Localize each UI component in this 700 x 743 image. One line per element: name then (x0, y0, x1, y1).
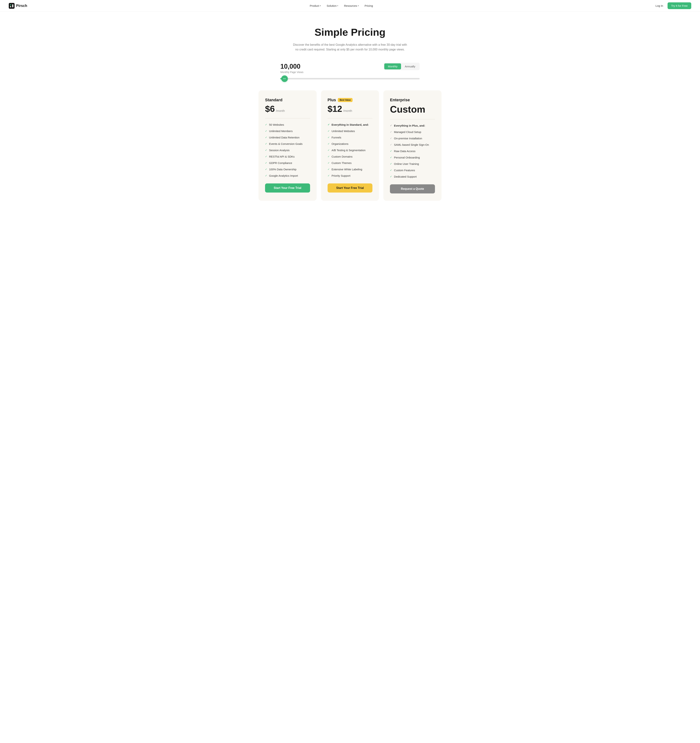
plus-price-amount: $12 (328, 104, 342, 114)
check-icon: ✓ (265, 142, 267, 146)
list-item: ✓Extensive White Labeling (328, 167, 372, 171)
svg-rect-1 (10, 4, 11, 6)
svg-rect-2 (10, 6, 11, 7)
slider-track[interactable] (280, 78, 420, 79)
divider (265, 118, 310, 118)
check-icon: ✓ (328, 148, 330, 152)
logo-text: Pirsch (16, 4, 27, 8)
list-item: ✓Google Analytics Import (265, 174, 310, 178)
check-icon: ✓ (390, 175, 392, 179)
list-item: ✓Everything in Standard, and: (328, 123, 372, 127)
page-views-sub: Monthly Page Views (280, 71, 304, 74)
list-item: ✓Session Analysis (265, 148, 310, 152)
list-item: ✓Everything in Plus, and: (390, 124, 435, 127)
svg-rect-3 (12, 4, 13, 7)
list-item: ✓Custom Domains (328, 155, 372, 158)
check-icon: ✓ (390, 143, 392, 147)
enterprise-cta-button[interactable]: Request a Quote (390, 184, 435, 194)
standard-cta-button[interactable]: Start Your Free Trial (265, 184, 310, 192)
slider-thumb-dot (283, 78, 284, 79)
standard-price-amount: $6 (265, 104, 275, 114)
nav-product[interactable]: Product ▾ (310, 4, 321, 7)
list-item: ✓SAML-based Single Sign-On (390, 143, 435, 147)
check-icon: ✓ (390, 130, 392, 134)
pricing-cards: Standard $6 /month ✓50 Websites ✓Unlimit… (250, 90, 450, 215)
try-free-button[interactable]: Try It for Free (667, 2, 691, 9)
list-item: ✓On-premise Installation (390, 136, 435, 140)
navbar: Pirsch Product ▾ Solution ▾ Resources ▾ … (0, 0, 700, 12)
check-icon: ✓ (265, 161, 267, 165)
slider-section: 10,000 Monthly Page Views Monthly Annual… (271, 63, 429, 90)
list-item: ✓Organizations (328, 142, 372, 146)
monthly-toggle[interactable]: Monthly (384, 64, 401, 70)
slider-thumb[interactable] (281, 75, 288, 82)
chevron-down-icon: ▾ (320, 5, 321, 7)
list-item: ✓Custom Features (390, 168, 435, 172)
list-item: ✓Managed Cloud Setup (390, 130, 435, 134)
check-icon: ✓ (390, 169, 392, 172)
enterprise-card: Enterprise Custom ✓Everything in Plus, a… (383, 90, 442, 201)
plus-price-period: /month (343, 109, 352, 112)
check-icon: ✓ (265, 155, 267, 158)
chevron-down-icon: ▾ (337, 5, 338, 7)
standard-price: $6 /month (265, 104, 310, 114)
page-views-number: 10,000 (280, 63, 304, 70)
slider-thumb-dot (285, 78, 285, 79)
plus-card: Plus Best Value $12 /month ✓Everything i… (321, 90, 379, 201)
check-icon: ✓ (265, 167, 267, 171)
check-icon: ✓ (390, 124, 392, 127)
plus-features: ✓Everything in Standard, and: ✓Unlimited… (328, 123, 372, 178)
nav-solution[interactable]: Solution ▾ (327, 4, 338, 7)
logo[interactable]: Pirsch (9, 3, 27, 9)
standard-features: ✓50 Websites ✓Unlimited Members ✓Unlimit… (265, 123, 310, 178)
check-icon: ✓ (328, 142, 330, 146)
plus-tier-label: Plus Best Value (328, 98, 372, 102)
check-icon: ✓ (328, 136, 330, 139)
check-icon: ✓ (265, 148, 267, 152)
svg-rect-0 (9, 3, 15, 9)
list-item: ✓Custom Themes (328, 161, 372, 165)
enterprise-price: Custom (390, 104, 435, 115)
chevron-down-icon: ▾ (358, 5, 359, 7)
check-icon: ✓ (328, 155, 330, 158)
nav-actions: Log In Try It for Free (656, 2, 691, 9)
check-icon: ✓ (390, 162, 392, 166)
list-item: ✓Funnels (328, 136, 372, 139)
list-item: ✓Unlimited Data Retention (265, 136, 310, 139)
check-icon: ✓ (328, 174, 330, 178)
annually-toggle[interactable]: Annually (401, 64, 419, 70)
list-item: ✓Online User Training (390, 162, 435, 166)
check-icon: ✓ (390, 156, 392, 159)
list-item: ✓GDPR Compliance (265, 161, 310, 165)
list-item: ✓RESTful API & SDKs (265, 155, 310, 158)
list-item: ✓Dedicated Support (390, 175, 435, 179)
enterprise-tier-label: Enterprise (390, 98, 435, 102)
nav-pricing[interactable]: Pricing (365, 4, 373, 7)
check-icon: ✓ (328, 167, 330, 171)
list-item: ✓Personal Onboarding (390, 155, 435, 159)
nav-links: Product ▾ Solution ▾ Resources ▾ Pricing (310, 4, 373, 7)
standard-price-period: /month (276, 109, 285, 112)
check-icon: ✓ (265, 136, 267, 139)
standard-tier-label: Standard (265, 98, 310, 102)
enterprise-price-custom: Custom (390, 104, 425, 115)
page-title: Simple Pricing (9, 26, 691, 38)
hero-subtitle: Discover the benefits of the best Google… (292, 43, 408, 52)
list-item: ✓Raw Data Access (390, 149, 435, 153)
check-icon: ✓ (328, 123, 330, 127)
list-item: ✓A/B Testing & Segmentation (328, 148, 372, 152)
plus-cta-button[interactable]: Start Your Free Trial (328, 184, 372, 192)
best-value-badge: Best Value (338, 98, 353, 102)
list-item: ✓50 Websites (265, 123, 310, 127)
logo-icon (9, 3, 15, 9)
check-icon: ✓ (390, 137, 392, 140)
billing-toggle: Monthly Annually (384, 63, 420, 70)
divider (328, 118, 372, 118)
check-icon: ✓ (328, 129, 330, 133)
check-icon: ✓ (328, 161, 330, 165)
slider-top: 10,000 Monthly Page Views Monthly Annual… (280, 63, 420, 74)
check-icon: ✓ (265, 174, 267, 178)
login-button[interactable]: Log In (656, 4, 663, 7)
list-item: ✓Priority Support (328, 174, 372, 178)
nav-resources[interactable]: Resources ▾ (344, 4, 359, 7)
